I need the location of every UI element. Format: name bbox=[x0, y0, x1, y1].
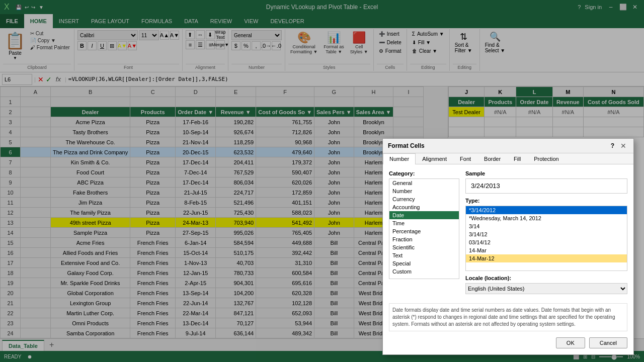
cat-date[interactable]: Date bbox=[389, 211, 459, 219]
cat-fraction[interactable]: Fraction bbox=[389, 235, 459, 243]
sample-label: Sample bbox=[465, 170, 627, 176]
dialog-tabs: Number Alignment Font Border Fill Protec… bbox=[383, 153, 633, 164]
sample-section: Sample 3/24/2013 bbox=[465, 170, 627, 194]
type-list[interactable]: *3/14/2012 *Wednesday, March 14, 2012 3/… bbox=[465, 206, 627, 271]
category-list[interactable]: General Number Currency Accounting Date … bbox=[389, 178, 459, 279]
cat-custom[interactable]: Custom bbox=[389, 267, 459, 276]
type-item-4[interactable]: 03/14/12 bbox=[466, 238, 627, 246]
dialog-tab-alignment[interactable]: Alignment bbox=[416, 153, 453, 164]
dialog-tab-protection[interactable]: Protection bbox=[527, 153, 566, 164]
type-col: Sample 3/24/2013 Type: *3/14/2012 *Wedne… bbox=[465, 170, 627, 294]
type-item-1[interactable]: *Wednesday, March 14, 2012 bbox=[466, 214, 627, 222]
type-item-6[interactable]: 14-Mar-12 bbox=[466, 254, 627, 262]
dialog-buttons: OK Cancel bbox=[389, 337, 627, 348]
dialog-titlebar: Format Cells ? ✕ bbox=[383, 139, 633, 153]
cancel-button[interactable]: Cancel bbox=[589, 337, 627, 348]
dialog-footer: Date formats display date and time seria… bbox=[383, 300, 633, 354]
locale-select[interactable]: English (United States) bbox=[465, 283, 627, 294]
type-item-0[interactable]: *3/14/2012 bbox=[466, 206, 627, 214]
type-section: Type: *3/14/2012 *Wednesday, March 14, 2… bbox=[465, 198, 627, 271]
cat-percentage[interactable]: Percentage bbox=[389, 227, 459, 235]
type-item-5[interactable]: 14-Mar bbox=[466, 246, 627, 254]
dialog-tab-font[interactable]: Font bbox=[453, 153, 477, 164]
locale-label: Locale (location): bbox=[465, 275, 627, 281]
type-item-2[interactable]: 3/14 bbox=[466, 222, 627, 230]
dialog-title: Format Cells bbox=[388, 142, 425, 149]
cat-general[interactable]: General bbox=[389, 179, 459, 187]
dialog-body: Category: General Number Currency Accoun… bbox=[383, 164, 633, 300]
locale-section: Locale (location): English (United State… bbox=[465, 275, 627, 294]
type-item-3[interactable]: 3/14/12 bbox=[466, 230, 627, 238]
ok-button[interactable]: OK bbox=[556, 337, 585, 348]
cat-number[interactable]: Number bbox=[389, 187, 459, 195]
info-text: Date formats display date and time seria… bbox=[389, 303, 627, 331]
dialog-overlay: Format Cells ? ✕ Number Alignment Font B… bbox=[0, 0, 644, 362]
cat-special[interactable]: Special bbox=[389, 259, 459, 267]
cat-accounting[interactable]: Accounting bbox=[389, 203, 459, 211]
dialog-main-row: Category: General Number Currency Accoun… bbox=[389, 170, 627, 294]
category-col: Category: General Number Currency Accoun… bbox=[389, 170, 459, 294]
category-label: Category: bbox=[389, 170, 459, 176]
dialog-close-btn[interactable]: ✕ bbox=[618, 142, 628, 150]
dialog-help-icon[interactable]: ? bbox=[611, 142, 614, 149]
cat-currency[interactable]: Currency bbox=[389, 195, 459, 203]
sample-box: 3/24/2013 bbox=[465, 178, 627, 194]
type-label: Type: bbox=[465, 198, 627, 204]
dialog-tab-border[interactable]: Border bbox=[477, 153, 507, 164]
cat-time[interactable]: Time bbox=[389, 219, 459, 227]
dialog-tab-fill[interactable]: Fill bbox=[507, 153, 527, 164]
cat-text[interactable]: Text bbox=[389, 251, 459, 259]
cat-scientific[interactable]: Scientific bbox=[389, 243, 459, 251]
dialog-titlebar-right: ? ✕ bbox=[611, 142, 628, 150]
format-cells-dialog: Format Cells ? ✕ Number Alignment Font B… bbox=[382, 138, 634, 355]
dialog-tab-number[interactable]: Number bbox=[383, 153, 416, 164]
